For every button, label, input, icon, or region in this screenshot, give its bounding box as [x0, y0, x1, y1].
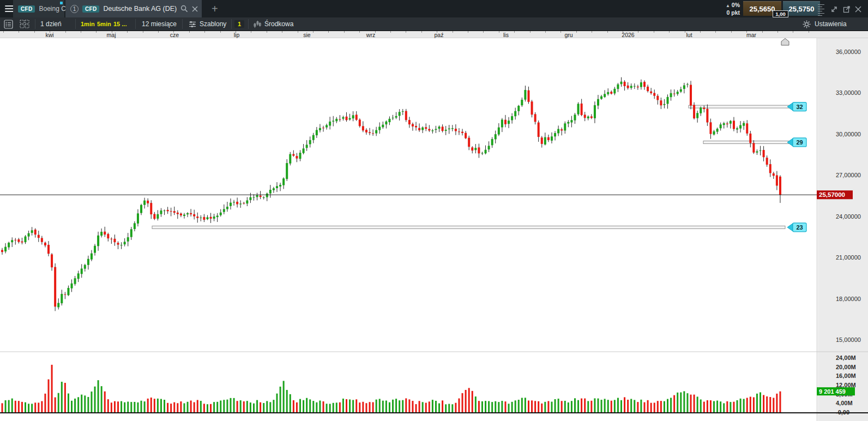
- settings-gear-icon[interactable]: [803, 17, 811, 31]
- chart-area[interactable]: 36,0000033,0000030,0000027,0000024,00000…: [0, 38, 868, 421]
- volume-bar: [650, 403, 652, 412]
- candle-body: [656, 96, 659, 100]
- candle-body: [276, 186, 278, 188]
- time-axis-tick: [638, 31, 638, 33]
- price-alert-line[interactable]: [152, 226, 785, 228]
- volume-bar: [647, 400, 649, 412]
- volume-bar: [412, 401, 413, 412]
- price-tick-label: 18,00000: [836, 296, 861, 302]
- close-panel-icon[interactable]: [854, 5, 863, 14]
- volume-bar: [740, 399, 742, 412]
- volume-bar: [408, 399, 410, 412]
- candle-body: [554, 133, 556, 136]
- candle-body: [236, 202, 238, 205]
- candle-body: [25, 237, 27, 243]
- time-axis[interactable]: kwimajczelipsiewrzpaźlisgru2026lutmar: [0, 31, 868, 38]
- volume-bar: [518, 400, 520, 412]
- candle-body: [239, 203, 242, 204]
- candle-body: [362, 126, 364, 130]
- overlay-selector[interactable]: Środkowa: [264, 17, 293, 31]
- volume-bar: [369, 402, 371, 412]
- volume-bar: [246, 401, 248, 412]
- price-alert-line[interactable]: [703, 141, 792, 143]
- instrument-tab-boeing[interactable]: CFD Boeing Co: [13, 0, 64, 17]
- month-label: wrz: [366, 32, 375, 38]
- candle-body: [557, 129, 559, 134]
- period-selector[interactable]: 1 dzień: [40, 17, 62, 31]
- volume-bar: [617, 398, 619, 412]
- chart-type-icon[interactable]: [253, 17, 261, 31]
- volume-bar: [114, 401, 116, 412]
- time-axis-tick: [560, 31, 561, 33]
- volume-bar: [779, 392, 781, 412]
- candle-body: [104, 232, 106, 234]
- layout-grid-icon[interactable]: [20, 17, 29, 31]
- volume-bar: [571, 401, 572, 412]
- time-axis-tick: [251, 31, 251, 33]
- candle-body: [57, 303, 59, 307]
- watchlist-icon[interactable]: [4, 17, 13, 31]
- panel-drag-handle-icon[interactable]: [818, 3, 824, 16]
- candle-body: [448, 129, 450, 130]
- templates-count[interactable]: 1: [234, 17, 244, 31]
- candle-body: [279, 185, 281, 187]
- volume-bar: [468, 388, 470, 412]
- volume-bar: [250, 402, 251, 412]
- volume-bar: [750, 396, 751, 412]
- candlestick-chart-canvas[interactable]: 36,0000033,0000030,0000027,0000024,00000…: [0, 38, 868, 421]
- price-tick-label: 15,00000: [836, 336, 861, 343]
- volume-bar: [677, 393, 678, 412]
- timeframe-15min[interactable]: 15 ...: [113, 17, 126, 31]
- volume-bar: [766, 396, 768, 412]
- candle-body: [620, 82, 623, 85]
- volume-bar: [25, 402, 26, 412]
- candle-body: [282, 178, 285, 185]
- buy-price-button[interactable]: 25,5750: [783, 1, 820, 16]
- volume-bar: [491, 402, 493, 412]
- candle-body: [670, 93, 672, 97]
- volume-bar: [544, 402, 546, 412]
- timeframe-5min[interactable]: 5min: [97, 17, 111, 31]
- candle-body: [332, 121, 334, 121]
- volume-bar: [303, 400, 304, 412]
- time-axis-tick: [65, 31, 66, 33]
- volume-bar: [365, 403, 367, 412]
- templates-icon[interactable]: [189, 17, 196, 31]
- volume-bar: [240, 400, 242, 412]
- candle-body: [478, 147, 480, 153]
- candle-body: [61, 294, 63, 303]
- expand-window-icon[interactable]: [830, 5, 839, 14]
- time-axis-tick: [545, 31, 546, 33]
- candle-body: [355, 115, 358, 119]
- add-tab-button[interactable]: +: [208, 1, 221, 16]
- candle-body: [147, 201, 149, 203]
- candle-body: [230, 203, 232, 206]
- candle-body: [501, 119, 503, 127]
- candle-body: [564, 123, 566, 130]
- volume-bar: [694, 395, 695, 412]
- candle-body: [709, 122, 712, 134]
- instrument-tab-deutsche-bank[interactable]: 1 CFD Deutsche Bank AG (DE): [65, 0, 202, 17]
- volume-bar: [508, 404, 510, 412]
- popout-window-icon[interactable]: [842, 5, 851, 14]
- candle-body: [474, 148, 477, 150]
- range-selector[interactable]: 12 miesiące: [142, 17, 177, 31]
- volume-bar: [11, 399, 13, 412]
- candle-body: [643, 82, 646, 87]
- volume-bar: [574, 398, 576, 412]
- volume-bar: [561, 401, 563, 412]
- candle-body: [4, 247, 7, 251]
- candle-body: [468, 138, 470, 147]
- candle-body: [495, 134, 497, 139]
- candle-body: [137, 213, 139, 224]
- time-axis-tick: [34, 31, 35, 33]
- templates-button[interactable]: Szablony: [200, 17, 226, 31]
- volume-bar: [419, 401, 420, 412]
- settings-button[interactable]: Ustawienia: [815, 17, 847, 31]
- search-icon[interactable]: [180, 5, 188, 13]
- close-tab-icon[interactable]: [192, 6, 198, 12]
- volume-bar: [445, 404, 447, 412]
- volume-bar: [290, 394, 291, 412]
- timeframe-1min[interactable]: 1min: [81, 17, 95, 31]
- cfd-badge: CFD: [18, 5, 35, 13]
